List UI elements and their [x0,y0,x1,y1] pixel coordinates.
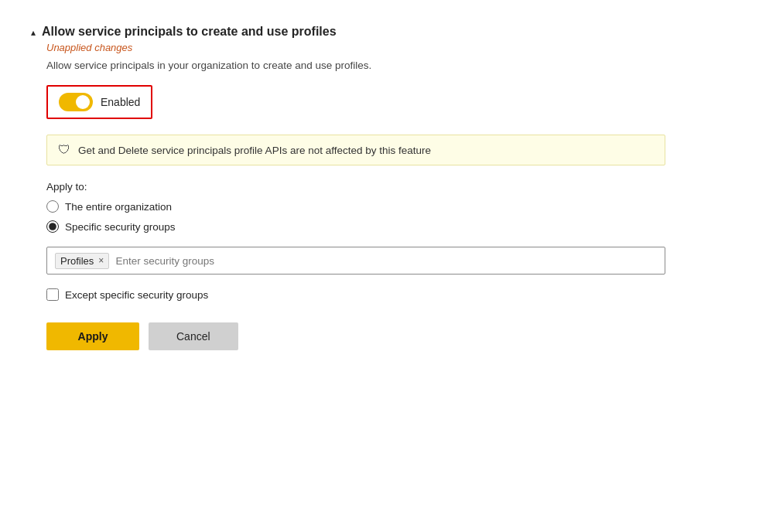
radio-entire-org[interactable] [46,200,59,213]
button-row: Apply Cancel [46,322,665,350]
toggle-slider [59,93,93,111]
except-row[interactable]: Except specific security groups [46,288,665,301]
toggle-switch[interactable] [59,93,93,111]
section-description: Allow service principals in your organiz… [46,60,665,71]
security-groups-text-input[interactable] [115,255,657,267]
toggle-container[interactable]: Enabled [46,85,152,119]
radio-group: The entire organization Specific securit… [46,200,665,233]
section-title: Allow service principals to create and u… [42,25,337,39]
toggle-label: Enabled [101,96,140,108]
tag-label: Profiles [60,255,94,267]
unapplied-changes-text: Unapplied changes [46,42,665,53]
info-message: Get and Delete service principals profil… [78,145,431,156]
apply-to-label: Apply to: [46,181,665,193]
profiles-tag[interactable]: Profiles × [55,253,109,269]
radio-row-entire-org[interactable]: The entire organization [46,200,665,213]
radio-label-specific-groups[interactable]: Specific security groups [65,221,176,233]
apply-button[interactable]: Apply [46,322,139,350]
security-groups-input-container[interactable]: Profiles × [46,247,665,275]
radio-label-entire-org[interactable]: The entire organization [65,201,172,213]
collapse-icon[interactable]: ▴ [31,27,36,38]
section-header: ▴ Allow service principals to create and… [31,25,665,39]
cancel-button[interactable]: Cancel [149,322,238,350]
settings-panel: ▴ Allow service principals to create and… [0,0,696,375]
info-banner: 🛡 Get and Delete service principals prof… [46,135,665,165]
radio-specific-groups[interactable] [46,220,59,233]
except-label[interactable]: Except specific security groups [65,289,208,301]
except-checkbox[interactable] [46,288,59,301]
shield-info-icon: 🛡 [58,143,70,157]
tag-close-button[interactable]: × [98,256,104,265]
radio-row-specific-groups[interactable]: Specific security groups [46,220,665,233]
